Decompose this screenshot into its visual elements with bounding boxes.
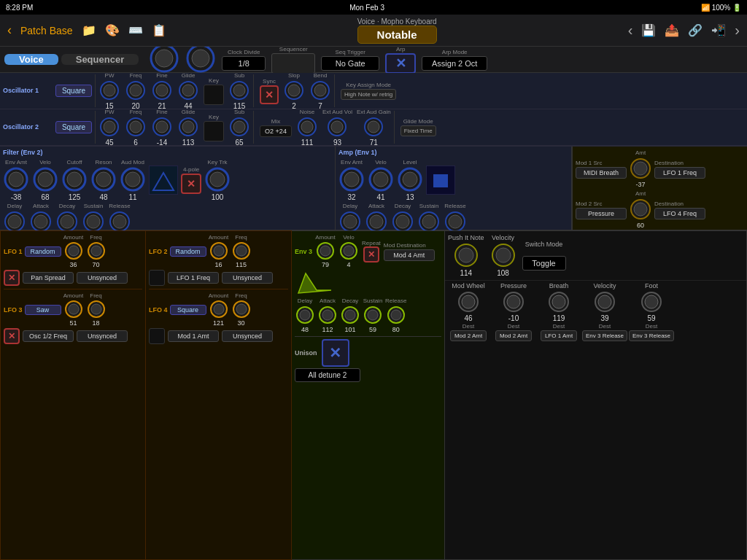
osc2-noise-knob[interactable] bbox=[296, 116, 318, 138]
foot-dest-val[interactable]: Env 3 Release bbox=[629, 330, 674, 341]
filter-envamt-knob[interactable] bbox=[3, 166, 29, 192]
lfo1-amount-knob[interactable] bbox=[63, 241, 84, 261]
osc2-pw-knob[interactable] bbox=[98, 116, 120, 138]
push-switchmode-val[interactable]: Toggle bbox=[522, 256, 566, 271]
lfo3-freqsync-val[interactable]: Unsynced bbox=[77, 330, 128, 342]
osc1-sub-knob[interactable] bbox=[228, 79, 250, 101]
lfo4-dest-val[interactable]: Mod 1 Amt bbox=[168, 330, 219, 342]
sequencer-tab[interactable]: Sequencer bbox=[61, 54, 139, 65]
osc2-sub-knob[interactable] bbox=[228, 116, 250, 138]
lfo4-wave[interactable]: Square bbox=[170, 305, 206, 315]
osc2-fine-knob[interactable] bbox=[151, 116, 173, 138]
osc2-glidemode-val[interactable]: Fixed Time bbox=[400, 125, 436, 136]
breath-knob[interactable] bbox=[547, 290, 570, 314]
env3-release-knob[interactable] bbox=[386, 305, 406, 325]
share-icon-btn[interactable]: 🔗 bbox=[688, 23, 703, 37]
osc1-key-btn[interactable] bbox=[204, 85, 224, 105]
lfo1-wave[interactable]: Random bbox=[25, 246, 61, 257]
osc1-fine-knob[interactable] bbox=[151, 79, 173, 101]
unison-mode-val[interactable]: All detune 2 bbox=[295, 368, 360, 382]
amp-level-knob[interactable] bbox=[397, 166, 423, 192]
lfo4-amount-knob[interactable] bbox=[209, 299, 229, 319]
copy-icon-btn[interactable]: 📋 bbox=[152, 23, 166, 37]
patch-title[interactable]: Notable bbox=[357, 26, 437, 44]
unison-btn[interactable]: ✕ bbox=[322, 339, 349, 367]
mod1-dest-btn[interactable]: LFO 1 Freq bbox=[654, 167, 705, 179]
lfo2-freqsync-val[interactable]: Unsynced bbox=[222, 272, 273, 284]
lfo3-wave[interactable]: Saw bbox=[25, 305, 61, 315]
osc1-sync-btn[interactable]: ✕ bbox=[260, 85, 279, 104]
key-assign-mode-val[interactable]: High Note w/ retrig bbox=[341, 89, 396, 100]
folder-icon-btn[interactable]: 📁 bbox=[82, 23, 96, 37]
clock-divide-val[interactable]: 1/8 bbox=[222, 56, 266, 71]
voice-vol-knob[interactable] bbox=[149, 47, 179, 74]
foot-knob[interactable] bbox=[640, 290, 663, 314]
lfo1-freq-knob[interactable] bbox=[86, 241, 107, 261]
velocity-knob[interactable] bbox=[593, 290, 616, 314]
keyboard-icon-btn[interactable]: ⌨️ bbox=[128, 23, 143, 37]
osc2-extaudvol-knob[interactable] bbox=[326, 116, 348, 138]
filter-velo-knob[interactable] bbox=[32, 166, 58, 192]
lfo4-freqsync-val[interactable]: Unsynced bbox=[222, 330, 273, 342]
lfo3-sync-btn[interactable]: ✕ bbox=[4, 328, 20, 344]
osc2-key-btn[interactable] bbox=[204, 121, 224, 141]
lfo1-sync-btn[interactable]: ✕ bbox=[4, 270, 20, 286]
lfo3-freq-knob[interactable] bbox=[86, 299, 107, 319]
env3-repeat-btn[interactable]: ✕ bbox=[363, 246, 379, 262]
lfo4-sync-btn[interactable] bbox=[149, 328, 165, 344]
lfo3-dest-val[interactable]: Osc 1/2 Freq bbox=[23, 330, 74, 342]
osc2-wave[interactable]: Square bbox=[55, 121, 92, 133]
lfo2-dest-val[interactable]: LFO 1 Freq bbox=[168, 272, 219, 284]
no-gate-val[interactable]: No Gate bbox=[321, 56, 379, 71]
filter-fourpole-btn[interactable]: ✕ bbox=[181, 174, 201, 194]
modwheel-knob[interactable] bbox=[457, 290, 480, 314]
filter-reson-knob[interactable] bbox=[90, 166, 117, 192]
filter-audmod-knob[interactable] bbox=[120, 166, 146, 192]
osc1-bend-knob[interactable] bbox=[309, 79, 331, 101]
tempo-knob[interactable] bbox=[185, 47, 216, 74]
lfo1-dest-val[interactable]: Pan Spread bbox=[23, 272, 74, 284]
mod1-amt-knob[interactable] bbox=[629, 157, 652, 180]
prev-button[interactable]: ‹ bbox=[628, 22, 633, 39]
upload-icon-btn[interactable]: 📲 bbox=[711, 23, 726, 37]
amp-envamt-knob[interactable] bbox=[338, 166, 365, 192]
osc2-extaudgain-knob[interactable] bbox=[363, 116, 384, 138]
osc1-glide-knob[interactable] bbox=[177, 79, 199, 101]
mod2-dest-btn[interactable]: LFO 4 Freq bbox=[654, 208, 705, 219]
osc1-slop-knob[interactable] bbox=[283, 79, 305, 101]
lfo3-amount-knob[interactable] bbox=[63, 299, 84, 319]
mod1-src-btn[interactable]: MIDI Breath bbox=[576, 167, 627, 179]
env3-sustain-knob[interactable] bbox=[363, 305, 383, 325]
env3-velo-knob[interactable] bbox=[338, 241, 359, 261]
mod2-amt-knob[interactable] bbox=[629, 198, 652, 221]
env3-delay-knob[interactable] bbox=[295, 305, 315, 325]
next-button[interactable]: › bbox=[735, 22, 740, 39]
lfo4-freq-knob[interactable] bbox=[231, 299, 252, 319]
amp-velo-knob[interactable] bbox=[368, 166, 394, 192]
save-icon-btn[interactable]: 💾 bbox=[641, 23, 656, 37]
lfo2-sync-btn[interactable] bbox=[149, 270, 165, 286]
lfo2-wave[interactable]: Random bbox=[170, 246, 206, 257]
lfo1-freqsync-val[interactable]: Unsynced bbox=[77, 272, 128, 284]
env3-decay-knob[interactable] bbox=[340, 305, 360, 325]
filter-keytrk-knob[interactable] bbox=[204, 166, 231, 192]
lfo2-freq-knob[interactable] bbox=[231, 241, 252, 261]
osc1-wave[interactable]: Square bbox=[55, 85, 92, 97]
back-button[interactable]: ‹ bbox=[7, 23, 12, 38]
osc2-mix-val[interactable]: O2 +24 bbox=[260, 125, 292, 137]
filter-cutoff-knob[interactable] bbox=[61, 166, 88, 192]
arp-mode-val[interactable]: Assign 2 Oct bbox=[422, 56, 487, 71]
osc2-freq-knob[interactable] bbox=[125, 116, 147, 138]
sequencer-display[interactable] bbox=[271, 53, 315, 74]
env3-amount-knob[interactable] bbox=[315, 241, 336, 261]
lfo2-amount-knob[interactable] bbox=[209, 241, 229, 261]
color-icon-btn[interactable]: 🎨 bbox=[105, 23, 120, 37]
voice-tab[interactable]: Voice bbox=[4, 54, 58, 65]
osc1-freq-knob[interactable] bbox=[125, 79, 147, 101]
pressure-dest-val[interactable]: Mod 2 Amt bbox=[495, 330, 532, 341]
modwheel-dest-val[interactable]: Mod 2 Amt bbox=[450, 330, 487, 341]
export-icon-btn[interactable]: 📤 bbox=[665, 23, 679, 37]
arp-btn[interactable]: ✕ bbox=[385, 53, 416, 74]
osc1-pw-knob[interactable] bbox=[98, 79, 120, 101]
breath-dest-val[interactable]: LFO 1 Amt bbox=[541, 330, 577, 341]
